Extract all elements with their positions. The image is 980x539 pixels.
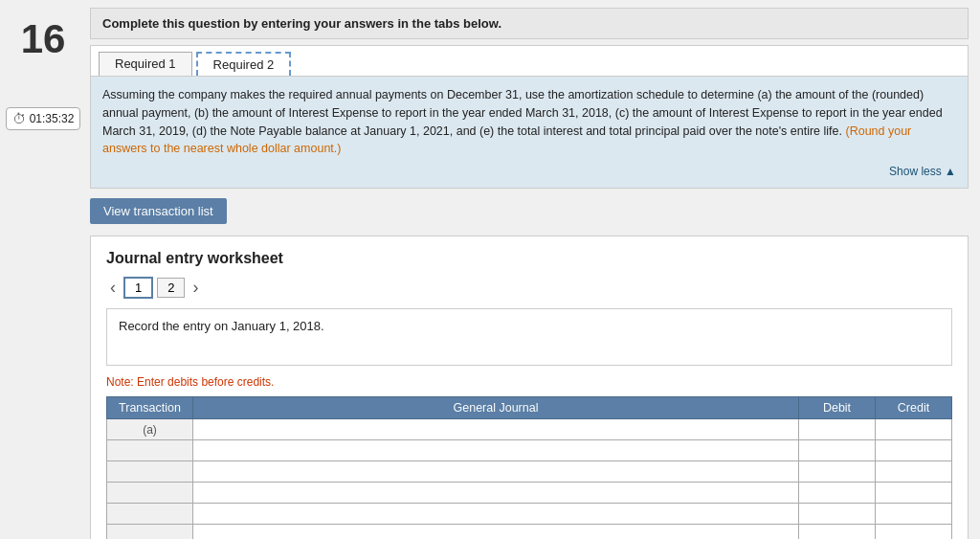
general-journal-cell-2[interactable] [193, 440, 799, 461]
entry-prompt: Record the entry on January 1, 2018. [106, 308, 952, 366]
content-area: Assuming the company makes the required … [90, 77, 969, 189]
show-less-link[interactable]: Show less ▲ [889, 165, 956, 178]
worksheet-title: Journal entry worksheet [106, 250, 952, 267]
credit-cell-5[interactable] [876, 504, 952, 525]
description-main: Assuming the company makes the required … [102, 88, 943, 138]
credit-input-5[interactable] [880, 506, 947, 522]
credit-input-6[interactable] [880, 528, 947, 540]
show-less-area: Show less ▲ [102, 164, 956, 178]
nav-row: ‹ 1 2 › [106, 277, 952, 299]
debit-cell-5[interactable] [799, 504, 876, 525]
page-1-button[interactable]: 1 [123, 277, 153, 299]
general-journal-input-2[interactable] [197, 443, 794, 459]
general-journal-input-4[interactable] [197, 485, 794, 501]
debit-input-1[interactable] [803, 422, 871, 438]
debit-input-4[interactable] [803, 485, 871, 501]
tab-required-2[interactable]: Required 2 [196, 52, 292, 76]
table-row: (a) [107, 419, 952, 440]
col-credit: Credit [876, 397, 952, 419]
credit-input-4[interactable] [880, 485, 947, 501]
table-row [107, 525, 952, 540]
transaction-cell-6 [107, 525, 193, 540]
prev-page-button[interactable]: ‹ [106, 278, 120, 298]
timer-box: ⏱ 01:35:32 [6, 107, 81, 130]
instruction-text: Complete this question by entering your … [102, 16, 501, 31]
general-journal-cell-5[interactable] [193, 504, 799, 525]
debit-cell-4[interactable] [799, 483, 876, 504]
credit-cell-1[interactable] [876, 419, 952, 440]
timer-icon: ⏱ [12, 111, 26, 126]
table-row [107, 504, 952, 525]
entry-prompt-text: Record the entry on January 1, 2018. [119, 319, 324, 333]
transaction-cell-5 [107, 504, 193, 525]
col-general-journal: General Journal [193, 397, 799, 419]
general-journal-input-3[interactable] [197, 464, 794, 480]
tab-required-1[interactable]: Required 1 [99, 52, 192, 76]
transaction-cell-3 [107, 461, 193, 483]
credit-cell-2[interactable] [876, 440, 952, 461]
debit-cell-3[interactable] [799, 461, 876, 483]
note-text: Note: Enter debits before credits. [106, 375, 952, 389]
debit-cell-6[interactable] [799, 525, 876, 540]
debit-input-5[interactable] [803, 506, 871, 522]
general-journal-input-6[interactable] [197, 528, 794, 540]
credit-input-1[interactable] [880, 422, 947, 438]
page-2-button[interactable]: 2 [157, 278, 185, 298]
next-page-button[interactable]: › [189, 278, 202, 298]
instruction-bar: Complete this question by entering your … [90, 8, 969, 39]
debit-cell-2[interactable] [799, 440, 876, 461]
debit-input-3[interactable] [803, 464, 871, 480]
general-journal-cell-1[interactable] [193, 419, 799, 440]
debit-input-6[interactable] [803, 528, 871, 540]
view-transaction-button[interactable]: View transaction list [90, 198, 227, 224]
credit-cell-3[interactable] [876, 461, 952, 483]
tabs-area: Required 1 Required 2 [90, 45, 969, 77]
journal-table: Transaction General Journal Debit Credit… [106, 396, 952, 539]
table-row [107, 461, 952, 483]
question-number: 16 [21, 19, 66, 59]
general-journal-cell-6[interactable] [193, 525, 799, 540]
general-journal-input-1[interactable] [197, 422, 794, 438]
credit-input-3[interactable] [880, 464, 947, 480]
general-journal-cell-3[interactable] [193, 461, 799, 483]
credit-cell-4[interactable] [876, 483, 952, 504]
tabs-row: Required 1 Required 2 [99, 52, 960, 76]
col-transaction: Transaction [107, 397, 193, 419]
credit-input-2[interactable] [880, 443, 947, 459]
debit-cell-1[interactable] [799, 419, 876, 440]
general-journal-input-5[interactable] [197, 506, 794, 522]
transaction-cell-1: (a) [107, 419, 193, 440]
table-row [107, 483, 952, 504]
description-text: Assuming the company makes the required … [102, 86, 956, 158]
col-debit: Debit [799, 397, 876, 419]
transaction-cell-4 [107, 483, 193, 504]
transaction-cell-2 [107, 440, 193, 461]
general-journal-cell-4[interactable] [193, 483, 799, 504]
debit-input-2[interactable] [803, 443, 871, 459]
worksheet-box: Journal entry worksheet ‹ 1 2 › Record t… [90, 236, 969, 539]
timer-display: 01:35:32 [30, 112, 75, 125]
table-row [107, 440, 952, 461]
credit-cell-6[interactable] [876, 525, 952, 540]
